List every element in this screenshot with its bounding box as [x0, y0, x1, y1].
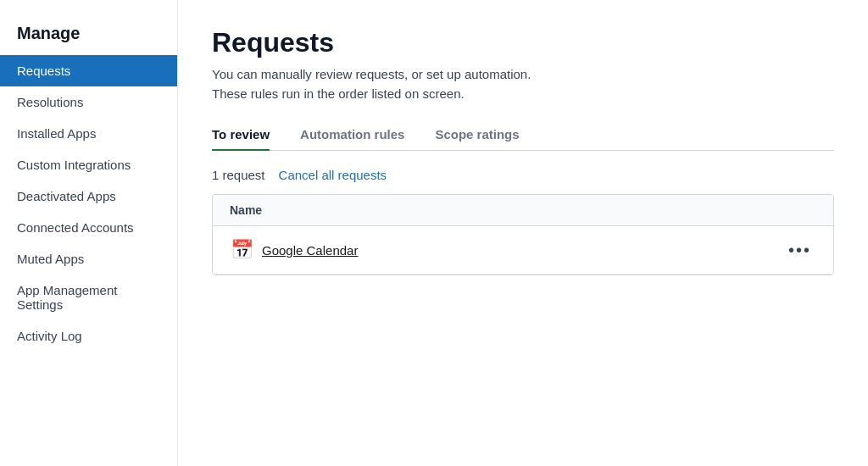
sidebar-item-connected-accounts[interactable]: Connected Accounts [0, 212, 177, 243]
sidebar: Manage Requests Resolutions Installed Ap… [0, 0, 178, 466]
sidebar-item-muted-apps[interactable]: Muted Apps [0, 243, 177, 275]
sidebar-item-activity-log[interactable]: Activity Log [0, 320, 177, 352]
sidebar-item-custom-integrations[interactable]: Custom Integrations [0, 149, 177, 180]
sidebar-item-requests[interactable]: Requests [0, 55, 177, 86]
requests-row: 1 request Cancel all requests [212, 168, 834, 182]
request-count: 1 request [212, 168, 265, 182]
app-name[interactable]: Google Calendar [262, 243, 775, 258]
tabs: To review Automation rules Scope ratings [212, 127, 834, 151]
cancel-all-requests-link[interactable]: Cancel all requests [279, 168, 387, 182]
sidebar-item-resolutions[interactable]: Resolutions [0, 86, 177, 118]
table-row: 📅 Google Calendar ••• [213, 226, 833, 275]
tab-to-review[interactable]: To review [212, 127, 270, 150]
main-content: Requests You can manually review request… [178, 0, 868, 466]
requests-table: Name 📅 Google Calendar ••• [212, 194, 834, 275]
page-description-line1: You can manually review requests, or set… [212, 67, 531, 81]
page-title: Requests [212, 27, 834, 58]
sidebar-item-app-management-settings[interactable]: App Management Settings [0, 275, 177, 320]
page-description: You can manually review requests, or set… [212, 65, 834, 103]
tab-scope-ratings[interactable]: Scope ratings [435, 127, 519, 150]
table-header-name: Name [213, 195, 833, 226]
sidebar-manage-label: Manage [0, 24, 177, 55]
sidebar-item-installed-apps[interactable]: Installed Apps [0, 118, 177, 149]
tab-automation-rules[interactable]: Automation rules [300, 127, 404, 150]
more-options-button[interactable]: ••• [783, 239, 816, 262]
page-description-line2: These rules run in the order listed on s… [212, 86, 465, 101]
sidebar-item-deactivated-apps[interactable]: Deactivated Apps [0, 180, 177, 212]
app-icon: 📅 [230, 238, 253, 262]
